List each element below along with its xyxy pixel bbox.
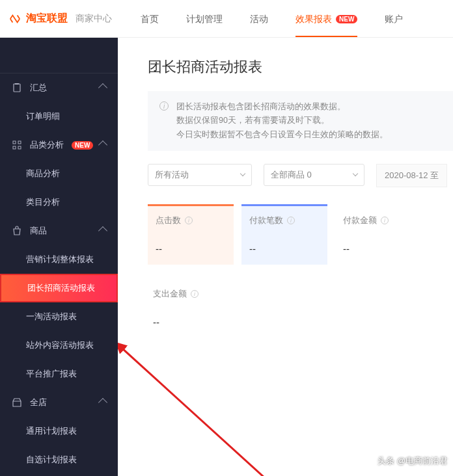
svg-rect-3 — [18, 141, 21, 144]
svg-line-6 — [118, 342, 287, 476]
metric-amount-label: 付款金额 — [343, 215, 377, 226]
sidebar-category-label: 品类分析 — [30, 139, 64, 151]
sidebar-group-product[interactable]: 商品 — [0, 217, 118, 245]
notice-line-1: 团长活动报表包含团长招商活动的效果数据。 — [176, 100, 388, 114]
nav-plan[interactable]: 计划管理 — [186, 2, 223, 36]
chevron-down-icon — [240, 171, 245, 176]
info-icon[interactable]: i — [287, 217, 295, 224]
nav-report[interactable]: 效果报表 NEW — [295, 2, 357, 36]
chevron-up-icon — [98, 83, 107, 92]
brand-text: 淘宝联盟 — [26, 12, 68, 25]
activity-select-value: 所有活动 — [155, 169, 189, 181]
metric-amount-value: -- — [343, 243, 413, 254]
svg-rect-4 — [13, 146, 16, 149]
clipboard-icon — [12, 83, 22, 93]
sidebar-item-order-detail[interactable]: 订单明细 — [0, 102, 118, 131]
goods-select[interactable]: 全部商品 0 — [264, 164, 364, 186]
goods-select-value: 全部商品 0 — [271, 169, 312, 181]
bag-icon — [12, 226, 22, 236]
chevron-up-icon — [98, 226, 107, 235]
nav-account[interactable]: 账户 — [385, 2, 403, 36]
logo-icon — [8, 13, 22, 25]
metric-clicks-value: -- — [156, 243, 226, 254]
info-icon[interactable]: i — [381, 217, 389, 224]
top-header: 淘宝联盟 商家中心 首页 计划管理 活动 效果报表 NEW 账户 — [0, 0, 453, 38]
sidebar: 汇总 订单明细 品类分析 NEW 商品分析 类目分析 商品 营销计划整体报表 团… — [0, 38, 118, 476]
metric-clicks-label: 点击数 — [156, 215, 181, 226]
sidebar-item-product-analysis[interactable]: 商品分析 — [0, 159, 118, 188]
sidebar-shop-label: 全店 — [30, 397, 47, 408]
notice-panel: i 团长活动报表包含团长招商活动的效果数据。 数据仅保留90天，若有需要请及时下… — [148, 91, 453, 151]
logo[interactable]: 淘宝联盟 — [8, 12, 68, 25]
main-content: 团长招商活动报表 i 团长活动报表包含团长招商活动的效果数据。 数据仅保留90天… — [118, 38, 453, 476]
metric-orders-label: 付款笔数 — [249, 215, 283, 226]
sidebar-summary-label: 汇总 — [30, 82, 47, 94]
sidebar-group-category[interactable]: 品类分析 NEW — [0, 131, 118, 159]
sidebar-item-marketing-report[interactable]: 营销计划整体报表 — [0, 245, 118, 274]
metric-orders[interactable]: 付款笔数i -- — [241, 204, 327, 265]
notice-text: 团长活动报表包含团长招商活动的效果数据。 数据仅保留90天，若有需要请及时下载。… — [176, 100, 388, 142]
nav-home[interactable]: 首页 — [141, 2, 159, 36]
info-icon: i — [159, 101, 169, 111]
new-badge: NEW — [72, 141, 93, 150]
sidebar-item-group-report[interactable]: 团长招商活动报表 — [0, 274, 118, 302]
sidebar-item-platform-report[interactable]: 平台推广报表 — [0, 360, 118, 388]
grid-icon — [12, 140, 22, 150]
page-title: 团长招商活动报表 — [148, 57, 453, 77]
nav-activity[interactable]: 活动 — [250, 2, 268, 36]
chevron-down-icon — [353, 171, 358, 176]
header-sub[interactable]: 商家中心 — [76, 13, 112, 25]
metrics-row-1: 点击数i -- 付款笔数i -- 付款金额i -- — [148, 204, 453, 265]
top-nav: 首页 计划管理 活动 效果报表 NEW 账户 — [141, 2, 403, 36]
sidebar-item-offsite-report[interactable]: 站外内容活动报表 — [0, 331, 118, 360]
metric-spend[interactable]: 支出金额i -- — [148, 278, 234, 338]
sidebar-group-summary[interactable]: 汇总 — [0, 73, 118, 102]
sidebar-spacer — [0, 38, 118, 73]
metric-orders-value: -- — [249, 243, 320, 254]
sidebar-item-custom-report[interactable]: 自选计划报表 — [0, 445, 118, 474]
metric-clicks[interactable]: 点击数i -- — [148, 204, 234, 265]
svg-rect-2 — [13, 141, 16, 144]
sidebar-item-category-analysis[interactable]: 类目分析 — [0, 188, 118, 217]
metric-spend-value: -- — [153, 317, 226, 328]
sidebar-item-yitao-report[interactable]: 一淘活动报表 — [0, 302, 118, 331]
svg-rect-1 — [15, 83, 19, 85]
info-icon[interactable]: i — [185, 217, 193, 224]
sidebar-item-general-report[interactable]: 通用计划报表 — [0, 417, 118, 445]
metric-spend-label: 支出金额 — [153, 289, 187, 300]
nav-report-label: 效果报表 — [295, 14, 332, 25]
filter-row: 所有活动 全部商品 0 2020-08-12 至 — [148, 164, 453, 187]
annotation-arrow — [118, 323, 307, 476]
activity-select[interactable]: 所有活动 — [148, 164, 252, 186]
chevron-up-icon — [98, 398, 107, 407]
shop-icon — [12, 397, 22, 408]
info-icon[interactable]: i — [191, 290, 199, 298]
notice-line-3: 今日实时数据暂不包含今日设置今日生效的策略的数据。 — [176, 128, 388, 142]
svg-rect-0 — [14, 84, 20, 92]
new-badge: NEW — [336, 15, 357, 23]
sidebar-product-label: 商品 — [30, 225, 47, 237]
notice-line-2: 数据仅保留90天，若有需要请及时下载。 — [176, 114, 388, 127]
chevron-up-icon — [98, 140, 107, 150]
svg-rect-5 — [18, 146, 21, 149]
date-range-input[interactable]: 2020-08-12 至 — [376, 164, 447, 187]
sidebar-group-shop[interactable]: 全店 — [0, 388, 118, 417]
metric-amount[interactable]: 付款金额i -- — [335, 204, 421, 265]
date-range-value: 2020-08-12 至 — [385, 170, 439, 181]
watermark: 头条 @电商前沿君 — [378, 455, 448, 467]
